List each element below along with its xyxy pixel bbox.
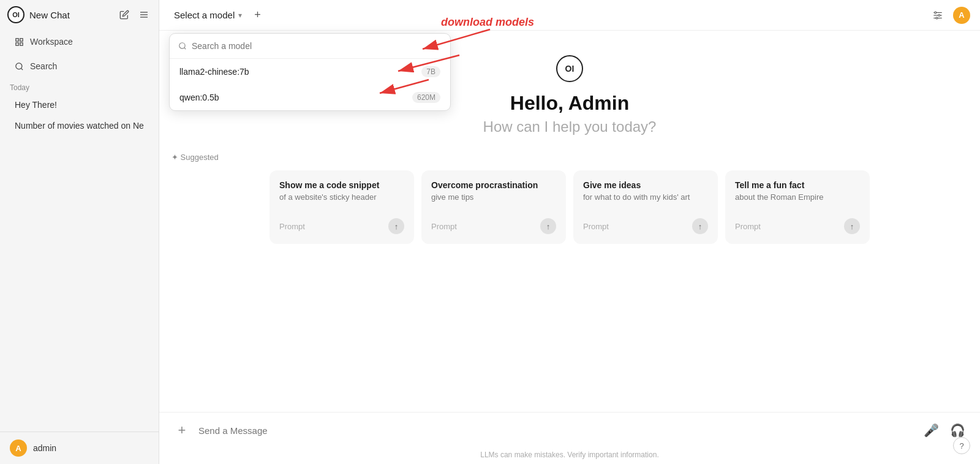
svg-rect-5 bbox=[20, 42, 23, 45]
model-item-llama2[interactable]: llama2-chinese:7b 7B bbox=[170, 59, 450, 85]
greeting-title: Hello, Admin bbox=[510, 92, 629, 115]
model-name-llama2: llama2-chinese:7b bbox=[179, 67, 249, 77]
card-title-3: Tell me a fun fact bbox=[735, 180, 860, 190]
user-avatar: A bbox=[10, 439, 27, 457]
svg-line-8 bbox=[21, 68, 23, 70]
svg-point-7 bbox=[16, 63, 22, 69]
card-title-2: Give me ideas bbox=[583, 180, 708, 190]
microphone-button[interactable]: 🎤 bbox=[921, 420, 941, 440]
suggestion-card-1[interactable]: Overcome procrastination give me tips Pr… bbox=[421, 170, 566, 244]
topbar-avatar[interactable]: A bbox=[953, 7, 970, 24]
message-input[interactable] bbox=[198, 425, 915, 436]
model-badge-llama2: 7B bbox=[421, 66, 440, 77]
card-footer-2: Prompt ↑ bbox=[583, 218, 708, 234]
card-send-btn-0[interactable]: ↑ bbox=[388, 218, 404, 234]
card-prompt-1: Prompt bbox=[431, 222, 457, 231]
settings-icon[interactable] bbox=[930, 7, 946, 23]
sidebar-header: OI New Chat bbox=[0, 0, 159, 29]
username-label: admin bbox=[33, 443, 56, 453]
search-label: Search bbox=[30, 61, 57, 71]
card-sub-2: for what to do with my kids' art bbox=[583, 192, 708, 210]
new-chat-label: New Chat bbox=[29, 10, 112, 20]
card-prompt-2: Prompt bbox=[583, 222, 609, 231]
add-model-button[interactable]: + bbox=[249, 6, 266, 24]
svg-point-14 bbox=[936, 17, 938, 19]
card-sub-1: give me tips bbox=[431, 192, 556, 210]
footer-note: LLMs can make mistakes. Verify important… bbox=[159, 448, 980, 464]
card-send-btn-1[interactable]: ↑ bbox=[540, 218, 556, 234]
workspace-label: Workspace bbox=[30, 37, 73, 47]
suggestion-card-0[interactable]: Show me a code snippet of a website's st… bbox=[270, 170, 414, 244]
greeting-subtitle: How can I help you today? bbox=[483, 118, 657, 135]
sidebar-search[interactable]: Search bbox=[5, 55, 154, 77]
search-icon bbox=[15, 62, 24, 71]
help-button[interactable]: ? bbox=[953, 437, 970, 454]
card-title-1: Overcome procrastination bbox=[431, 180, 556, 190]
section-today: Today bbox=[0, 78, 159, 94]
model-selector-label: Select a model bbox=[174, 10, 235, 20]
card-prompt-3: Prompt bbox=[735, 222, 761, 231]
suggestion-card-2[interactable]: Give me ideas for what to do with my kid… bbox=[573, 170, 718, 244]
svg-point-15 bbox=[179, 43, 185, 48]
menu-icon[interactable] bbox=[137, 7, 151, 22]
card-title-0: Show me a code snippet bbox=[279, 180, 404, 190]
sidebar-footer: A admin bbox=[0, 432, 159, 464]
chevron-down-icon: ▾ bbox=[238, 11, 242, 20]
sidebar-item-workspace[interactable]: Workspace bbox=[5, 31, 154, 53]
svg-rect-6 bbox=[16, 42, 18, 45]
add-attachment-button[interactable]: + bbox=[172, 420, 192, 441]
model-name-qwen: qwen:0.5b bbox=[179, 93, 219, 102]
card-footer-1: Prompt ↑ bbox=[431, 218, 556, 234]
main-area: Select a model ▾ + A llama2-chinese:7b 7… bbox=[159, 0, 980, 464]
chat-item-hey-there[interactable]: Hey There! bbox=[5, 95, 154, 115]
topbar-right: A bbox=[930, 7, 970, 24]
dropdown-search-input[interactable] bbox=[192, 41, 442, 51]
topbar: Select a model ▾ + A llama2-chinese:7b 7… bbox=[159, 0, 980, 31]
sidebar: OI New Chat Workspace Search Today Hey T… bbox=[0, 0, 159, 464]
card-send-btn-2[interactable]: ↑ bbox=[692, 218, 708, 234]
svg-rect-3 bbox=[16, 38, 18, 40]
card-footer-0: Prompt ↑ bbox=[279, 218, 404, 234]
dropdown-search-icon bbox=[178, 42, 187, 50]
dropdown-search-container bbox=[170, 34, 450, 59]
edit-icon[interactable] bbox=[117, 7, 132, 22]
card-prompt-0: Prompt bbox=[279, 222, 305, 231]
ollama-icon: OI bbox=[556, 55, 583, 82]
suggested-cards: Show me a code snippet of a website's st… bbox=[270, 170, 870, 244]
model-dropdown: llama2-chinese:7b 7B qwen:0.5b 620M bbox=[169, 33, 451, 111]
suggestion-card-3[interactable]: Tell me a fun fact about the Roman Empir… bbox=[725, 170, 870, 244]
svg-rect-4 bbox=[20, 38, 23, 40]
svg-point-13 bbox=[938, 14, 940, 16]
svg-point-12 bbox=[935, 12, 937, 13]
model-badge-qwen: 620M bbox=[412, 92, 440, 103]
svg-line-16 bbox=[184, 48, 186, 50]
model-item-qwen[interactable]: qwen:0.5b 620M bbox=[170, 85, 450, 110]
app-logo: OI bbox=[7, 6, 24, 23]
card-sub-0: of a website's sticky header bbox=[279, 192, 404, 210]
input-area: + 🎤 🎧 bbox=[159, 412, 980, 448]
card-send-btn-3[interactable]: ↑ bbox=[844, 218, 860, 234]
card-footer-3: Prompt ↑ bbox=[735, 218, 860, 234]
suggested-label: ✦ Suggested bbox=[172, 153, 772, 162]
model-selector-button[interactable]: Select a model ▾ bbox=[169, 7, 247, 23]
workspace-icon bbox=[15, 37, 24, 47]
card-sub-3: about the Roman Empire bbox=[735, 192, 860, 210]
chat-item-movies[interactable]: Number of movies watched on Ne bbox=[5, 116, 154, 135]
